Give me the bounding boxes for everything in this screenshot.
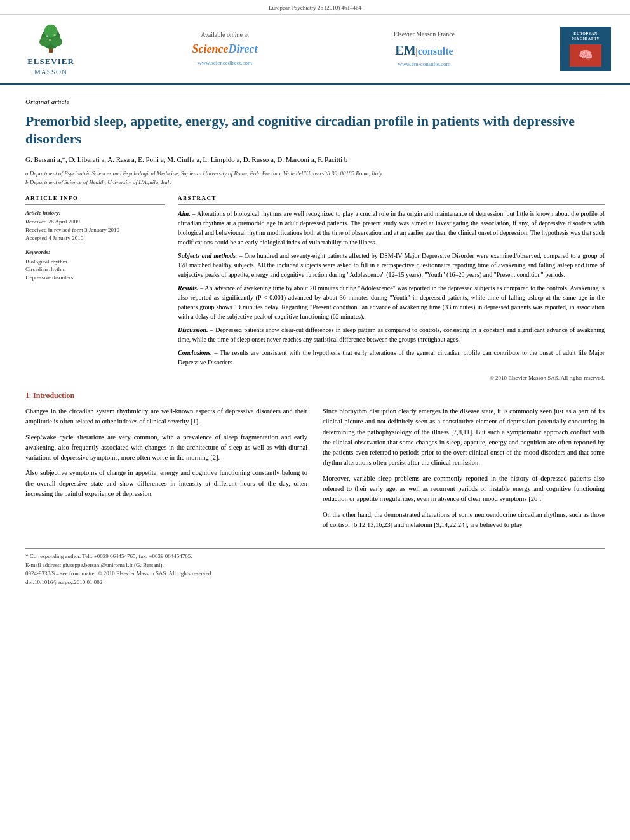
subjects-label: Subjects and methods. (178, 252, 237, 259)
accepted-date: Accepted 4 January 2010 (25, 234, 165, 243)
footnote-area: * Corresponding author. Tel.: +0039 0644… (25, 548, 605, 587)
conclusions-text: – The results are consistent with the hy… (178, 349, 605, 366)
intro-right-para-3: On the other hand, the demonstrated alte… (323, 510, 605, 531)
abstract-header: ABSTRACT (178, 194, 605, 205)
sciencedirect-box: Available online at ScienceDirect www.sc… (155, 30, 295, 67)
doi-line: doi:10.1016/j.eurpsy.2010.01.002 (25, 578, 605, 587)
issn-line: 0924-9338/$ – see front matter © 2010 El… (25, 570, 605, 578)
conclusions-label: Conclusions. (178, 349, 212, 356)
em-url: www.em-consulte.com (398, 60, 451, 69)
ep-journal-logo: EUROPEAN PSYCHIATRY 🧠 (560, 27, 611, 71)
masson-label: MASSON (34, 67, 67, 77)
intro-para-2: Sleep/wake cycle alterations are very co… (25, 432, 307, 463)
journal-citation: European Psychiatry 25 (2010) 461–464 (269, 4, 361, 11)
article-info-header: ARTICLE INFO (25, 194, 165, 205)
em-france-label: Elsevier Masson France (394, 30, 455, 39)
abstract-text: Aim. – Alterations of biological rhythms… (178, 209, 605, 367)
abstract-col: ABSTRACT Aim. – Alterations of biologica… (178, 194, 605, 382)
article-info-col: ARTICLE INFO Article history: Received 2… (25, 194, 165, 382)
page-wrapper: European Psychiatry 25 (2010) 461–464 EL… (0, 0, 630, 594)
ep-journal-label: EUROPEAN PSYCHIATRY (563, 31, 608, 42)
article-history: Article history: Received 28 April 2009 … (25, 209, 165, 242)
intro-body: Changes in the circadian system rhythmic… (25, 406, 605, 535)
article-title: Premorbid sleep, appetite, energy, and c… (25, 112, 605, 149)
keyword-2: Circadian rhythm (25, 265, 165, 274)
results-text: – An advance of awakening time by about … (178, 284, 605, 320)
section-label: Introduction (33, 391, 74, 400)
revised-date: Received in revised form 3 January 2010 (25, 226, 165, 234)
affiliations: a Department of Psychiatric Sciences and… (25, 170, 605, 187)
authors: G. Bersani a,*, D. Liberati a, A. Rasa a… (25, 155, 605, 164)
available-online-text: Available online at (201, 30, 248, 39)
copyright-text: © 2010 Elsevier Masson SAS. All rights r… (178, 371, 605, 382)
introduction-section: 1. Introduction Changes in the circadian… (25, 390, 605, 535)
aim-text: – Alterations of biological rhythms are … (178, 210, 605, 246)
svg-point-7 (49, 39, 51, 41)
intro-para-1: Changes in the circadian system rhythmic… (25, 406, 307, 427)
abstract-subjects: Subjects and methods. – One hundred and … (178, 251, 605, 279)
abstract-discussion: Discussion. – Depressed patients show cl… (178, 325, 605, 344)
intro-right-para-1: Since biorhythm disruption clearly emerg… (323, 406, 605, 469)
elsevier-logo: ELSEVIER MASSON (13, 21, 89, 77)
svg-point-5 (46, 35, 48, 37)
discussion-label: Discussion. (178, 326, 208, 333)
intro-right-col: Since biorhythm disruption clearly emerg… (323, 406, 605, 535)
keywords-section: Keywords: Biological rhythm Circadian rh… (25, 248, 165, 281)
discussion-text: – Depressed patients show clear-cut diff… (178, 326, 605, 343)
em-logo: EM|consulte (395, 41, 453, 59)
email-address: giuseppe.bersani@uniroma1.it (G. Bersani… (62, 562, 163, 568)
content-area: Original article Premorbid sleep, appeti… (0, 85, 630, 594)
keyword-1: Biological rhythm (25, 258, 165, 266)
ep-logo-box: EUROPEAN PSYCHIATRY 🧠 (554, 27, 617, 71)
email-label: E-mail address: (25, 562, 61, 568)
affiliation-b: b Department of Science of Health, Unive… (25, 178, 605, 187)
history-label: Article history: (25, 209, 165, 217)
sciencedirect-logo: ScienceDirect (192, 41, 258, 57)
subjects-text: – One hundred and seventy-eight patients… (178, 252, 605, 278)
authors-text: G. Bersani a,*, D. Liberati a, A. Rasa a… (25, 156, 347, 163)
sciencedirect-url: www.sciencedirect.com (198, 59, 252, 67)
keywords-label: Keywords: (25, 248, 165, 257)
section-number: 1. (25, 391, 31, 400)
logo-bar: ELSEVIER MASSON Available online at Scie… (0, 15, 630, 86)
affiliation-a: a Department of Psychiatric Sciences and… (25, 170, 605, 178)
svg-point-6 (54, 34, 56, 36)
article-type: Original article (25, 93, 605, 107)
intro-left-col: Changes in the circadian system rhythmic… (25, 406, 307, 535)
elsevier-tree-icon (32, 21, 70, 56)
em-consulte-box: Elsevier Masson France EM|consulte www.e… (361, 30, 488, 69)
elsevier-label: ELSEVIER (27, 56, 74, 67)
email-line: E-mail address: giuseppe.bersani@uniroma… (25, 561, 605, 570)
abstract-aim: Aim. – Alterations of biological rhythms… (178, 209, 605, 247)
aim-label: Aim. (178, 210, 191, 217)
svg-point-2 (39, 37, 51, 46)
info-abstract-section: ARTICLE INFO Article history: Received 2… (25, 194, 605, 382)
intro-right-para-2: Moreover, variable sleep problems are co… (323, 474, 605, 505)
intro-para-3: Also subjective symptoms of change in ap… (25, 468, 307, 499)
svg-point-3 (51, 37, 62, 46)
received-date: Received 28 April 2009 (25, 218, 165, 226)
results-label: Results. (178, 284, 199, 291)
corresponding-author: * Corresponding author. Tel.: +0039 0644… (25, 552, 605, 561)
abstract-conclusions: Conclusions. – The results are consisten… (178, 348, 605, 367)
intro-title: 1. Introduction (25, 390, 605, 401)
journal-header: European Psychiatry 25 (2010) 461–464 (0, 0, 630, 15)
abstract-results: Results. – An advance of awakening time … (178, 283, 605, 321)
keyword-3: Depressive disorders (25, 274, 165, 282)
